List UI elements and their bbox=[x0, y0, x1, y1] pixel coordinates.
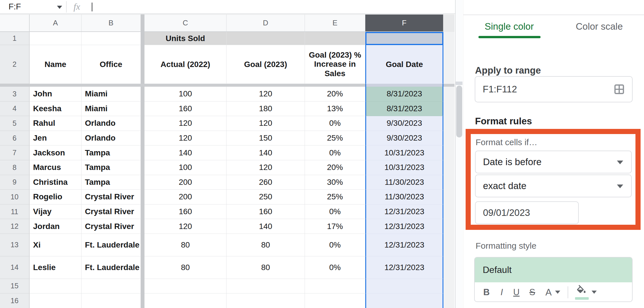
cell-C2[interactable]: Actual (2022) bbox=[144, 45, 227, 84]
cell-C10[interactable]: 200 bbox=[144, 190, 227, 204]
cell-B14[interactable]: Ft. Lauderdale bbox=[81, 256, 141, 279]
row-header-5[interactable]: 5 bbox=[0, 116, 30, 131]
cell-A7[interactable]: Jackson bbox=[30, 145, 81, 160]
cell-A16[interactable] bbox=[30, 293, 81, 308]
strikethrough-button[interactable]: S bbox=[529, 288, 535, 297]
cell-E6[interactable]: 25% bbox=[305, 131, 365, 146]
tab-color-scale[interactable]: Color scale bbox=[576, 21, 623, 32]
cell-D10[interactable]: 250 bbox=[227, 190, 305, 204]
cell-B11[interactable]: Crystal River bbox=[81, 204, 141, 219]
cell-F6[interactable]: 9/30/2023 bbox=[365, 131, 443, 146]
cell-F11[interactable]: 12/31/2023 bbox=[365, 204, 443, 219]
name-box[interactable]: F:F bbox=[9, 0, 21, 13]
cell-E10[interactable]: 25% bbox=[305, 190, 365, 204]
cell-C8[interactable]: 100 bbox=[144, 160, 227, 175]
row-header-14[interactable]: 14 bbox=[0, 256, 30, 279]
text-color-button[interactable]: A bbox=[545, 287, 552, 297]
cell-B5[interactable]: Orlando bbox=[81, 116, 141, 131]
cell-E3[interactable]: 20% bbox=[305, 87, 365, 102]
cell-F8[interactable]: 10/31/2023 bbox=[365, 160, 443, 175]
cell-C16[interactable] bbox=[144, 293, 227, 308]
cell-F2[interactable]: Goal Date bbox=[365, 45, 443, 84]
bold-button[interactable]: B bbox=[483, 288, 490, 297]
cell-E11[interactable]: 0% bbox=[305, 204, 365, 219]
cell-F16[interactable] bbox=[365, 293, 443, 308]
cell-E15[interactable] bbox=[305, 279, 365, 293]
row-header-7[interactable]: 7 bbox=[0, 145, 30, 160]
cell-F3[interactable]: 8/31/2023 bbox=[365, 87, 443, 102]
select-all-corner[interactable] bbox=[0, 14, 30, 32]
row-header-6[interactable]: 6 bbox=[0, 131, 30, 146]
cell-A4[interactable]: Keesha bbox=[30, 102, 81, 116]
row-header-10[interactable]: 10 bbox=[0, 190, 30, 204]
cell-C15[interactable] bbox=[144, 279, 227, 293]
cell-C5[interactable]: 120 bbox=[144, 116, 227, 131]
tab-single-color[interactable]: Single color bbox=[485, 21, 534, 32]
italic-button[interactable]: I bbox=[500, 288, 503, 297]
vertical-scrollbar[interactable] bbox=[455, 0, 462, 308]
row-header-1[interactable]: 1 bbox=[0, 32, 30, 45]
cell-D4[interactable]: 180 bbox=[227, 102, 305, 116]
cell-A5[interactable]: Rahul bbox=[30, 116, 81, 131]
cell-D7[interactable]: 140 bbox=[227, 145, 305, 160]
scrollbar-thumb[interactable] bbox=[456, 86, 462, 137]
cell-E8[interactable]: 20% bbox=[305, 160, 365, 175]
cell-E7[interactable]: 0% bbox=[305, 145, 365, 160]
date-value-input[interactable]: 09/01/2023 bbox=[475, 201, 579, 224]
column-header-D[interactable]: D bbox=[227, 14, 305, 32]
column-header-C[interactable]: C bbox=[144, 14, 227, 32]
cell-F13[interactable]: 12/31/2023 bbox=[365, 234, 443, 256]
cell-B6[interactable]: Orlando bbox=[81, 131, 141, 146]
cell-C11[interactable]: 160 bbox=[144, 204, 227, 219]
cell-D3[interactable]: 120 bbox=[227, 87, 305, 102]
column-header-A[interactable]: A bbox=[30, 14, 81, 32]
cell-C13[interactable]: 80 bbox=[144, 234, 227, 256]
cell-B8[interactable]: Tampa bbox=[81, 160, 141, 175]
cell-D12[interactable]: 140 bbox=[227, 219, 305, 234]
cell-E5[interactable]: 0% bbox=[305, 116, 365, 131]
cell-A6[interactable]: Jen bbox=[30, 131, 81, 146]
cell-D11[interactable]: 160 bbox=[227, 204, 305, 219]
cell-B3[interactable]: Miami bbox=[81, 87, 141, 102]
range-input[interactable]: F1:F112 bbox=[475, 76, 633, 102]
cell-A10[interactable]: Rogelio bbox=[30, 190, 81, 204]
cell-D5[interactable]: 120 bbox=[227, 116, 305, 131]
cell-A8[interactable]: Marcus bbox=[30, 160, 81, 175]
cell-D13[interactable]: 80 bbox=[227, 234, 305, 256]
cell-F15[interactable] bbox=[365, 279, 443, 293]
cell-F10[interactable]: 11/30/2023 bbox=[365, 190, 443, 204]
cell-D2[interactable]: Goal (2023) bbox=[227, 45, 305, 84]
cell-F7[interactable]: 10/31/2023 bbox=[365, 145, 443, 160]
cell-C6[interactable]: 120 bbox=[144, 131, 227, 146]
cell-B9[interactable]: Tampa bbox=[81, 175, 141, 190]
cell-E1[interactable] bbox=[305, 32, 365, 45]
row-header-12[interactable]: 12 bbox=[0, 219, 30, 234]
column-header-E[interactable]: E bbox=[305, 14, 365, 32]
cell-E13[interactable]: 0% bbox=[305, 234, 365, 256]
row-header-3[interactable]: 3 bbox=[0, 87, 30, 102]
chevron-down-icon[interactable] bbox=[592, 291, 597, 294]
cell-D15[interactable] bbox=[227, 279, 305, 293]
cell-E12[interactable]: 17% bbox=[305, 219, 365, 234]
cell-D14[interactable]: 80 bbox=[227, 256, 305, 279]
cell-F5[interactable]: 9/30/2023 bbox=[365, 116, 443, 131]
row-header-8[interactable]: 8 bbox=[0, 160, 30, 175]
cell-E2[interactable]: Goal (2023) % Increase in Sales bbox=[305, 45, 365, 84]
cell-C1[interactable]: Units Sold bbox=[144, 32, 227, 45]
cell-F12[interactable]: 12/31/2023 bbox=[365, 219, 443, 234]
cell-C9[interactable]: 200 bbox=[144, 175, 227, 190]
cell-D8[interactable]: 120 bbox=[227, 160, 305, 175]
cell-A2[interactable]: Name bbox=[30, 45, 81, 84]
cell-D6[interactable]: 150 bbox=[227, 131, 305, 146]
cell-A11[interactable]: Vijay bbox=[30, 204, 81, 219]
cell-C4[interactable]: 160 bbox=[144, 102, 227, 116]
cell-E4[interactable]: 13% bbox=[305, 102, 365, 116]
condition-type-dropdown[interactable]: exact date bbox=[475, 175, 632, 197]
row-header-9[interactable]: 9 bbox=[0, 175, 30, 190]
cell-A3[interactable]: John bbox=[30, 87, 81, 102]
cell-B15[interactable] bbox=[81, 279, 141, 293]
underline-button[interactable]: U bbox=[513, 288, 519, 297]
cell-A12[interactable]: Jordan bbox=[30, 219, 81, 234]
cell-F9[interactable]: 11/30/2023 bbox=[365, 175, 443, 190]
cell-A9[interactable]: Christina bbox=[30, 175, 81, 190]
